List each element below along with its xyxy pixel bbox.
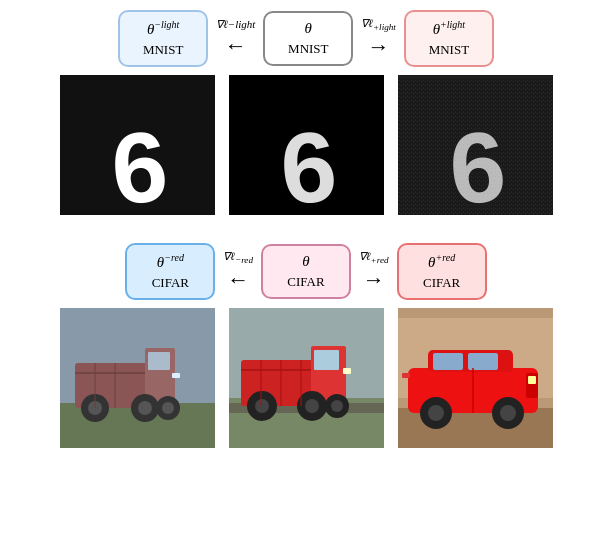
mnist-right-model-box: θ+light MNIST <box>404 10 494 67</box>
cifar-left-arrow-container: ∇ℓ−red ← <box>223 250 253 293</box>
mnist-left-model-label: θ−light MNIST <box>143 18 183 59</box>
cifar-left-arrow-label: ∇ℓ−red <box>223 250 253 265</box>
mnist-left-arrow-label: ∇ℓ−light <box>216 18 255 31</box>
mnist-left-arrow-container: ∇ℓ−light ← <box>216 18 255 59</box>
cifar-right-arrow-label: ∇ℓ+red <box>359 250 389 265</box>
mnist-left-arrow: ← <box>225 33 247 59</box>
cifar-right-svg <box>398 308 553 448</box>
main-container: θ−light MNIST ∇ℓ−light ← θ MNIST ∇ℓ+ligh… <box>0 0 612 546</box>
mnist-model-row: θ−light MNIST ∇ℓ−light ← θ MNIST ∇ℓ+ligh… <box>20 10 592 67</box>
cifar-center-svg <box>229 308 384 448</box>
svg-rect-47 <box>468 353 498 370</box>
mnist-right-arrow: → <box>368 34 390 60</box>
cifar-left-model-box: θ−red CIFAR <box>125 243 215 300</box>
mnist-center-image: 6 <box>229 75 384 215</box>
svg-point-17 <box>138 401 152 415</box>
mnist-center-model-label: θ MNIST <box>288 19 328 58</box>
svg-rect-20 <box>172 373 180 378</box>
svg-point-33 <box>305 399 319 413</box>
svg-rect-36 <box>343 368 351 374</box>
svg-point-31 <box>255 399 269 413</box>
cifar-images-row <box>20 308 592 448</box>
svg-rect-29 <box>314 350 339 370</box>
cifar-right-image <box>398 308 553 448</box>
cifar-left-image <box>60 308 215 448</box>
cifar-right-arrow-container: ∇ℓ+red → <box>359 250 389 293</box>
cifar-section: θ−red CIFAR ∇ℓ−red ← θ CIFAR ∇ℓ+red → <box>20 243 592 448</box>
svg-point-35 <box>331 400 343 412</box>
svg-point-53 <box>500 405 516 421</box>
mnist-images-row: 6 6 6 <box>20 75 592 215</box>
svg-rect-55 <box>402 373 410 378</box>
svg-rect-6 <box>398 75 553 215</box>
mnist-right-arrow-container: ∇ℓ+light → <box>361 17 396 60</box>
mnist-left-digit-svg: 6 <box>60 75 215 215</box>
mnist-right-model-label: θ+light MNIST <box>429 18 469 59</box>
mnist-right-arrow-label: ∇ℓ+light <box>361 17 396 32</box>
mnist-section: θ−light MNIST ∇ℓ−light ← θ MNIST ∇ℓ+ligh… <box>20 10 592 215</box>
mnist-left-image: 6 <box>60 75 215 215</box>
svg-point-19 <box>162 402 174 414</box>
svg-text:6: 6 <box>106 109 171 215</box>
cifar-model-row: θ−red CIFAR ∇ℓ−red ← θ CIFAR ∇ℓ+red → <box>20 243 592 300</box>
cifar-center-model-label: θ CIFAR <box>287 252 324 291</box>
cifar-right-arrow: → <box>363 267 385 293</box>
cifar-right-model-box: θ+red CIFAR <box>397 243 487 300</box>
svg-rect-46 <box>433 353 463 370</box>
cifar-left-arrow: ← <box>227 267 249 293</box>
mnist-right-digit-svg: 6 <box>398 75 553 215</box>
cifar-right-model-label: θ+red CIFAR <box>423 251 460 292</box>
svg-text:6: 6 <box>275 109 340 215</box>
svg-rect-13 <box>148 352 170 370</box>
cifar-left-svg <box>60 308 215 448</box>
mnist-center-digit-svg: 6 <box>229 75 384 215</box>
mnist-left-model-box: θ−light MNIST <box>118 10 208 67</box>
mnist-right-image: 6 <box>398 75 553 215</box>
cifar-center-model-box: θ CIFAR <box>261 244 351 299</box>
mnist-center-model-box: θ MNIST <box>263 11 353 66</box>
svg-rect-49 <box>528 376 536 384</box>
svg-point-51 <box>428 405 444 421</box>
cifar-left-model-label: θ−red CIFAR <box>152 251 189 292</box>
cifar-center-image <box>229 308 384 448</box>
